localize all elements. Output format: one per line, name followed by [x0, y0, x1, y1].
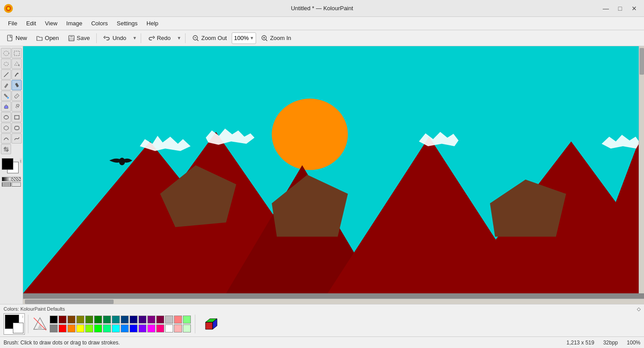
svg-point-25 — [18, 107, 19, 108]
foreground-color-square[interactable] — [2, 158, 13, 170]
fill-tool[interactable] — [1, 91, 11, 101]
color-swap-indicator: ↕ — [22, 315, 24, 319]
tool-row-7 — [1, 112, 22, 122]
palette-collapse-icon[interactable]: ◇ — [637, 306, 640, 312]
tool-row-4 — [1, 80, 22, 90]
line-tool[interactable] — [1, 69, 11, 80]
swatch-blue[interactable] — [130, 324, 138, 332]
status-hint: Brush: Click to draw dots or drag to dra… — [4, 340, 120, 346]
ellipse-tool[interactable] — [1, 112, 11, 122]
freeform-curve-tool[interactable] — [12, 133, 22, 144]
elliptical-select-tool[interactable] — [1, 48, 11, 58]
zoom-in-button[interactable]: Zoom In — [257, 32, 295, 44]
swatch-purple-dark[interactable] — [138, 316, 146, 324]
canvas-wrapper[interactable] — [23, 46, 639, 293]
menu-settings[interactable]: Settings — [112, 18, 142, 28]
swatch-lime-green[interactable] — [85, 324, 93, 332]
pencil-tool[interactable] — [1, 80, 11, 90]
swatch-dark-orange[interactable] — [67, 316, 75, 324]
gradient-selector[interactable] — [2, 177, 11, 181]
swatch-dark-teal-green[interactable] — [103, 316, 111, 324]
swatch-sky-blue[interactable] — [121, 324, 129, 332]
hatch-selector[interactable] — [2, 182, 11, 187]
rectangle-tool[interactable] — [12, 112, 22, 122]
polygon-tool[interactable] — [1, 123, 11, 133]
swatch-dark-green-yellow[interactable] — [85, 316, 93, 324]
redo-dropdown[interactable]: ▼ — [176, 32, 183, 44]
swatch-teal[interactable] — [112, 316, 120, 324]
new-button[interactable]: New — [3, 32, 31, 44]
swatch-pale-green[interactable] — [183, 324, 191, 332]
swatch-navy[interactable] — [130, 316, 138, 324]
spray-tool[interactable] — [12, 101, 22, 112]
svg-rect-28 — [15, 116, 19, 119]
vertical-scrollbar-thumb[interactable] — [640, 48, 644, 75]
swatch-silver[interactable] — [165, 316, 173, 324]
swatch-dark-red[interactable] — [59, 316, 67, 324]
swatch-cyan[interactable] — [112, 324, 120, 332]
swatch-black[interactable] — [50, 316, 58, 324]
swatch-white[interactable] — [165, 324, 173, 332]
horizontal-scrollbar[interactable] — [23, 299, 644, 304]
menu-bar: File Edit View Image Colors Settings Hel… — [0, 17, 644, 30]
save-button[interactable]: Save — [64, 32, 94, 44]
swatch-violet[interactable] — [138, 324, 146, 332]
swatch-olive[interactable] — [76, 316, 84, 324]
brush-tool[interactable] — [12, 69, 22, 80]
polygon-select-tool[interactable] — [12, 59, 22, 69]
swatch-maroon-pink[interactable] — [156, 316, 164, 324]
color-cube-button[interactable] — [199, 313, 221, 335]
menu-colors[interactable]: Colors — [87, 18, 112, 28]
swatch-magenta[interactable] — [147, 324, 155, 332]
swatch-light-pink[interactable] — [174, 316, 182, 324]
undo-dropdown[interactable]: ▼ — [131, 32, 138, 44]
rectangular-select-tool[interactable] — [12, 48, 22, 58]
undo-button[interactable]: Undo — [99, 32, 130, 44]
swatch-light-green[interactable] — [183, 316, 191, 324]
maximize-button[interactable]: □ — [614, 3, 626, 14]
svg-point-50 — [119, 158, 125, 165]
calligraphy-tool[interactable] — [12, 80, 22, 90]
svg-marker-54 — [205, 322, 213, 329]
painting-canvas[interactable] — [23, 46, 639, 293]
swatch-green[interactable] — [94, 324, 102, 332]
pattern-selector[interactable] — [12, 177, 21, 181]
cross-hatch-selector[interactable] — [12, 182, 21, 187]
transparent-swatch[interactable] — [32, 315, 48, 333]
status-bar: Brush: Click to draw dots or drag to dra… — [0, 336, 644, 348]
swatch-red[interactable] — [59, 324, 67, 332]
swatch-gray[interactable] — [50, 324, 58, 332]
zoom-out-button[interactable]: Zoom Out — [188, 32, 231, 44]
menu-view[interactable]: View — [40, 18, 62, 28]
menu-file[interactable]: File — [4, 18, 22, 28]
freehand-select-tool[interactable] — [1, 59, 11, 69]
palette-label: Colors: KolourPaint Defaults ◇ — [4, 306, 640, 312]
zoom-level-dropdown[interactable]: 100% ▼ — [232, 32, 256, 44]
zoom-dropdown-arrow: ▼ — [249, 36, 254, 40]
swatch-hot-pink[interactable] — [156, 324, 164, 332]
swatch-yellow[interactable] — [76, 324, 84, 332]
menu-image[interactable]: Image — [62, 18, 87, 28]
swatch-orange[interactable] — [67, 324, 75, 332]
crop-tool[interactable] — [1, 144, 11, 154]
rounded-rect-tool[interactable] — [12, 123, 22, 133]
paint-bucket-tool[interactable] — [1, 101, 11, 112]
swatch-dark-green[interactable] — [94, 316, 102, 324]
menu-help[interactable]: Help — [142, 18, 163, 28]
active-color-preview[interactable]: ↕ — [4, 313, 25, 335]
redo-button[interactable]: Redo — [144, 32, 174, 44]
curve-tool[interactable] — [1, 133, 11, 144]
horizontal-scrollbar-thumb[interactable] — [25, 300, 114, 304]
close-button[interactable]: ✕ — [628, 3, 640, 14]
svg-rect-6 — [69, 39, 74, 40]
swatch-dark-ocean-blue[interactable] — [121, 316, 129, 324]
vertical-scrollbar[interactable] — [639, 46, 644, 293]
swatch-purple[interactable] — [147, 316, 155, 324]
eyedropper-tool[interactable] — [12, 91, 22, 101]
minimize-button[interactable]: — — [600, 3, 612, 14]
color-swap-button[interactable]: ↕ — [20, 158, 23, 164]
menu-edit[interactable]: Edit — [22, 18, 40, 28]
swatch-spring-green[interactable] — [103, 324, 111, 332]
open-button[interactable]: Open — [32, 32, 63, 44]
swatch-pale-pink[interactable] — [174, 324, 182, 332]
